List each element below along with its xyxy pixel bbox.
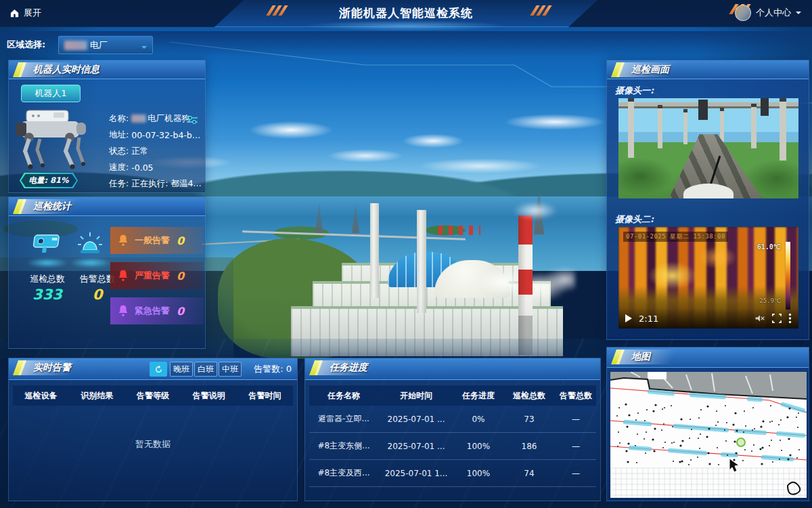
column-header: 告警时间	[237, 390, 293, 402]
alarm-level-value: 0	[177, 305, 184, 318]
user-center-label: 个人中心	[756, 7, 791, 19]
alarm-level-urgent: 紧急告警 0	[110, 297, 204, 324]
header-glow	[304, 20, 508, 31]
thermal-scale	[786, 242, 790, 310]
task-progress: 100%	[454, 442, 503, 451]
chevron-down-icon	[141, 46, 147, 51]
table-row: #8主变东侧... 2025-07-01 ... 100% 186 —	[309, 433, 596, 460]
camera1-video[interactable]	[618, 98, 798, 198]
region-value: 电厂	[90, 39, 108, 51]
pillar	[628, 98, 634, 158]
alarm-level-label: 一般告警	[135, 234, 170, 247]
alarm-level-value: 0	[177, 270, 184, 282]
more-options-icon[interactable]	[788, 313, 792, 324]
osd-datetime: 07-01-2025 星期二 15:38:08	[623, 232, 728, 242]
camera1-label: 摄像头一:	[615, 85, 654, 97]
panel-header: 巡检画面	[607, 60, 809, 79]
panel-header: 地图	[607, 347, 809, 368]
field-task: 任务: 正在执行: 都温4U31线避...	[109, 175, 204, 192]
region-label: 区域选择:	[7, 39, 45, 51]
expand-label: 展开	[24, 7, 41, 19]
refresh-icon	[154, 365, 163, 374]
play-button-icon[interactable]	[625, 314, 632, 322]
column-header: 告警说明	[181, 390, 237, 402]
panel-title: 机器人实时信息	[33, 60, 99, 79]
pillar	[720, 108, 724, 142]
alarm-bell-icon	[116, 303, 131, 318]
expand-button[interactable]: 展开	[9, 7, 41, 19]
table-row: #8主变及西... 2025-07-01 1... 100% 74 —	[309, 460, 596, 487]
column-header: 开始时间	[378, 390, 454, 402]
alarm-level-value: 0	[177, 234, 184, 247]
occupancy-map[interactable]	[610, 372, 807, 498]
pillar	[658, 105, 662, 148]
sliders-icon[interactable]	[186, 114, 198, 125]
battery-badge: 电量: 81%	[20, 173, 78, 188]
pillar	[751, 104, 757, 148]
tab-day-shift[interactable]: 白班	[194, 362, 217, 377]
robot-tab[interactable]: 机器人1	[21, 85, 81, 102]
osd-temp-min: 25.9℃	[759, 297, 781, 304]
overhead-beam	[618, 102, 798, 108]
column-header: 任务名称	[309, 390, 378, 402]
task-inspections: 73	[503, 415, 556, 424]
task-progress: 0%	[454, 415, 503, 424]
task-start-time: 2025-07-01 ...	[378, 442, 454, 451]
alarm-level-label: 紧急告警	[135, 305, 170, 317]
panel-title: 任务进度	[330, 358, 367, 377]
alarm-level-severe: 严重告警 0	[110, 262, 204, 289]
alarm-bell-icon	[116, 233, 131, 248]
pillar	[683, 109, 687, 144]
task-inspections: 74	[503, 469, 556, 478]
user-center-menu[interactable]: 个人中心	[735, 5, 801, 21]
column-header: 巡检总数	[503, 390, 556, 402]
icon-glow	[70, 258, 112, 268]
column-header: 告警等级	[125, 390, 181, 402]
orange-slashes-icon	[266, 5, 288, 16]
robot-position-marker	[737, 438, 745, 446]
page-title: 浙能机器人智能巡检系统	[339, 5, 473, 21]
mute-icon[interactable]	[754, 314, 765, 323]
task-alarms: —	[556, 442, 596, 451]
task-table-header: 任务名称 开始时间 任务进度 巡检总数 告警总数	[309, 385, 596, 406]
fullscreen-icon[interactable]	[772, 314, 782, 323]
alarm-level-label: 严重告警	[135, 270, 170, 282]
refresh-button[interactable]	[150, 362, 167, 377]
panel-header: 任务进度	[305, 358, 600, 380]
tab-night-shift[interactable]: 晚班	[170, 362, 193, 377]
column-header: 告警总数	[556, 390, 596, 402]
task-alarms: —	[556, 469, 596, 478]
column-header: 识别结果	[69, 390, 125, 402]
panel-title: 地图	[631, 347, 650, 366]
task-start-time: 2025-07-01 ...	[378, 415, 454, 424]
chevron-down-icon	[796, 12, 801, 17]
table-row: 避雷器-立即... 2025-07-01 ... 0% 73 —	[309, 406, 596, 433]
realtime-alarm-panel: 实时告警 晚班 白班 中班 告警数: 0 巡检设备 识别结果 告警等级 告警说明…	[8, 358, 298, 501]
pillar	[780, 98, 786, 161]
siren-icon	[74, 227, 106, 259]
tab-mid-shift[interactable]: 中班	[219, 362, 242, 377]
alarm-table-header: 巡检设备 识别结果 告警等级 告警说明 告警时间	[13, 385, 293, 406]
column-header: 巡检设备	[13, 390, 69, 402]
panel-title: 巡检统计	[33, 197, 71, 215]
map-panel: 地图	[606, 347, 809, 501]
equipment-box	[698, 100, 708, 120]
camera2-thermal-video[interactable]: 07-01-2025 星期二 15:38:08 61.0℃ 25.9℃ 2:11	[618, 227, 798, 329]
field-speed: 速度: -0.05	[109, 159, 204, 175]
robot-dog-image	[10, 104, 102, 174]
panel-title: 巡检画面	[631, 60, 669, 79]
stat-label: 巡检总数	[22, 273, 72, 285]
redacted-text	[131, 114, 146, 123]
task-start-time: 2025-07-01 1...	[378, 469, 454, 478]
field-status: 状态: 正常	[109, 143, 204, 159]
empty-state: 暂无数据	[9, 438, 297, 450]
robot-info-panel: 机器人实时信息 机器人1 名称: 电厂机器狗 地址:	[8, 60, 206, 193]
panel-header: 巡检统计	[9, 197, 205, 216]
osd-temp-max: 61.0℃	[757, 243, 781, 251]
alarm-bell-icon	[116, 268, 131, 283]
robot-nose	[683, 184, 734, 198]
panel-header: 实时告警 晚班 白班 中班 告警数: 0	[9, 358, 297, 380]
task-name: 避雷器-立即...	[309, 413, 378, 425]
region-select[interactable]: 电厂	[58, 36, 153, 54]
task-alarms: —	[556, 415, 596, 424]
